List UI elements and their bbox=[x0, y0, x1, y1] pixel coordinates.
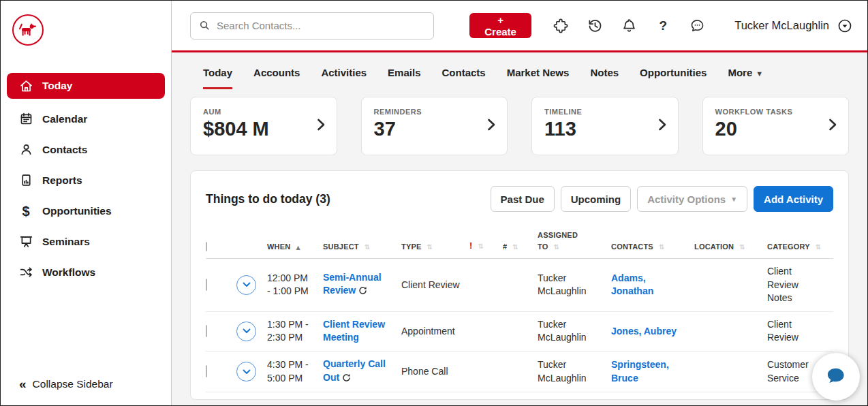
sidebar-item-workflows[interactable]: Workflows bbox=[1, 257, 171, 287]
topbar: + Create ? bbox=[172, 1, 867, 52]
number-cell bbox=[503, 351, 538, 392]
dollar-icon: $ bbox=[18, 204, 33, 219]
chevron-right-icon bbox=[317, 119, 325, 134]
stat-card-timeline[interactable]: TIMELINE 113 bbox=[531, 97, 679, 155]
tab-today[interactable]: Today bbox=[203, 67, 232, 89]
column-header-assigned-to[interactable]: ASSIGNED TO⇅ bbox=[538, 230, 611, 259]
column-header-urgent[interactable]: !⇅ bbox=[469, 230, 503, 259]
expand-row-button[interactable] bbox=[236, 275, 256, 295]
activity-options-dropdown[interactable]: Activity Options ▼ bbox=[637, 186, 747, 212]
expand-row-button[interactable] bbox=[236, 322, 256, 341]
sidebar-item-opportunities[interactable]: $ Opportunities bbox=[1, 196, 171, 226]
sidebar-item-today[interactable]: Today bbox=[7, 73, 165, 99]
stat-card-workflow-tasks[interactable]: WORKFLOW TASKS 20 bbox=[702, 97, 850, 155]
column-header-category[interactable]: CATEGORY⇅ bbox=[767, 230, 833, 259]
when-cell: 4:30 PM - 5:00 PM bbox=[267, 351, 323, 392]
tab-accounts[interactable]: Accounts bbox=[253, 67, 300, 89]
column-header-number[interactable]: #⇅ bbox=[503, 230, 538, 259]
sidebar-nav: Today Calendar Contacts bbox=[1, 73, 171, 287]
sort-icon: ⇅ bbox=[427, 243, 433, 251]
collapse-sidebar-label: Collapse Sidebar bbox=[33, 378, 113, 390]
sidebar-item-calendar[interactable]: Calendar bbox=[1, 104, 171, 134]
tab-emails[interactable]: Emails bbox=[388, 67, 420, 89]
integrations-puzzle-icon[interactable] bbox=[544, 12, 578, 40]
column-header-location[interactable]: LOCATION⇅ bbox=[694, 230, 767, 259]
column-header-type[interactable]: TYPE⇅ bbox=[401, 230, 469, 259]
activity-subject-link[interactable]: Semi-Annual Review bbox=[323, 272, 382, 296]
activity-subject-link[interactable]: Quarterly Call Out bbox=[323, 358, 386, 383]
assigned-to-cell: Tucker McLaughlin bbox=[538, 259, 611, 312]
column-header-subject[interactable]: SUBJECT⇅ bbox=[323, 230, 401, 259]
search-contacts-input[interactable] bbox=[217, 20, 425, 31]
column-header-contacts[interactable]: CONTACTS⇅ bbox=[611, 230, 694, 259]
search-box bbox=[190, 12, 434, 40]
sidebar-item-reports[interactable]: Reports bbox=[1, 165, 171, 196]
things-to-do-panel: Things to do today (3) Past Due Upcoming… bbox=[190, 170, 849, 400]
add-activity-button[interactable]: Add Activity bbox=[754, 186, 833, 212]
expand-row-button[interactable] bbox=[236, 362, 256, 381]
stat-card-aum[interactable]: AUM $804 M bbox=[190, 97, 337, 155]
chat-bubble-icon bbox=[824, 366, 848, 387]
activity-row: 1:30 PM - 2:30 PM Client Review Meeting … bbox=[206, 311, 833, 351]
stat-card-reminders[interactable]: REMINDERS 37 bbox=[361, 97, 508, 155]
sort-icon: ⇅ bbox=[512, 243, 518, 251]
help-icon[interactable]: ? bbox=[646, 12, 680, 40]
subject-cell: Quarterly Call Out bbox=[323, 351, 401, 392]
stat-card-value: 113 bbox=[544, 118, 666, 140]
stat-card-value: 20 bbox=[715, 118, 837, 140]
column-header-when[interactable]: WHEN▲ bbox=[267, 230, 323, 259]
assigned-to-cell: Tucker McLaughlin bbox=[538, 311, 611, 351]
past-due-button[interactable]: Past Due bbox=[491, 186, 555, 212]
chat-icon[interactable] bbox=[680, 12, 714, 40]
live-chat-button[interactable] bbox=[812, 353, 860, 401]
location-cell bbox=[694, 351, 767, 392]
bell-icon[interactable] bbox=[612, 12, 646, 40]
row-checkbox[interactable] bbox=[206, 279, 207, 291]
tab-more[interactable]: More▼ bbox=[728, 67, 763, 89]
stat-card-value: 37 bbox=[374, 118, 495, 140]
row-checkbox[interactable] bbox=[206, 365, 207, 377]
tab-market-news[interactable]: Market News bbox=[507, 67, 570, 89]
contact-link[interactable]: Jones, Aubrey bbox=[611, 326, 677, 337]
stat-card-label: AUM bbox=[203, 108, 324, 116]
tab-opportunities[interactable]: Opportunities bbox=[640, 67, 707, 89]
sidebar-item-label: Calendar bbox=[42, 113, 87, 125]
contact-link[interactable]: Springsteen, Bruce bbox=[611, 359, 669, 384]
redtail-dog-logo[interactable] bbox=[12, 14, 44, 46]
sort-icon: ⇅ bbox=[553, 243, 559, 251]
urgent-cell bbox=[469, 311, 503, 351]
search-icon bbox=[199, 20, 211, 31]
category-cell: Client Review bbox=[767, 311, 833, 351]
chevron-down-icon bbox=[243, 282, 251, 287]
main-content: Today Accounts Activities Emails Contact… bbox=[172, 52, 867, 405]
select-all-checkbox[interactable] bbox=[206, 242, 207, 251]
location-cell bbox=[694, 311, 767, 351]
user-menu[interactable]: Tucker McLaughlin bbox=[734, 18, 852, 33]
type-cell: Appointment bbox=[401, 311, 469, 351]
collapse-sidebar-button[interactable]: « Collapse Sidebar bbox=[19, 377, 113, 392]
assigned-to-cell: Tucker McLaughlin bbox=[538, 351, 611, 392]
sidebar-item-label: Opportunities bbox=[42, 205, 112, 217]
sort-icon: ⇅ bbox=[365, 243, 371, 251]
stat-cards: AUM $804 M REMINDERS 37 TIMELINE 113 bbox=[190, 97, 849, 155]
sidebar-item-contacts[interactable]: Contacts bbox=[1, 134, 171, 165]
activity-subject-link[interactable]: Client Review Meeting bbox=[323, 319, 385, 343]
row-checkbox[interactable] bbox=[206, 325, 207, 337]
sidebar-item-label: Today bbox=[42, 80, 73, 92]
sidebar: Today Calendar Contacts bbox=[1, 1, 172, 405]
tab-activities[interactable]: Activities bbox=[321, 67, 367, 89]
sort-ascending-icon: ▲ bbox=[296, 245, 300, 251]
urgent-cell bbox=[469, 259, 503, 312]
tab-notes[interactable]: Notes bbox=[590, 67, 619, 89]
sort-icon: ⇅ bbox=[659, 243, 665, 251]
upcoming-button[interactable]: Upcoming bbox=[561, 186, 631, 212]
history-icon[interactable] bbox=[578, 12, 612, 40]
contact-link[interactable]: Adams, Jonathan bbox=[611, 272, 653, 297]
create-button[interactable]: + Create bbox=[469, 13, 531, 38]
calendar-icon bbox=[18, 112, 33, 127]
double-chevron-left-icon: « bbox=[19, 377, 25, 392]
chevron-right-icon bbox=[828, 119, 837, 134]
sidebar-item-seminars[interactable]: Seminars bbox=[1, 226, 171, 257]
type-cell: Client Review bbox=[401, 259, 469, 312]
tab-contacts[interactable]: Contacts bbox=[441, 67, 485, 89]
